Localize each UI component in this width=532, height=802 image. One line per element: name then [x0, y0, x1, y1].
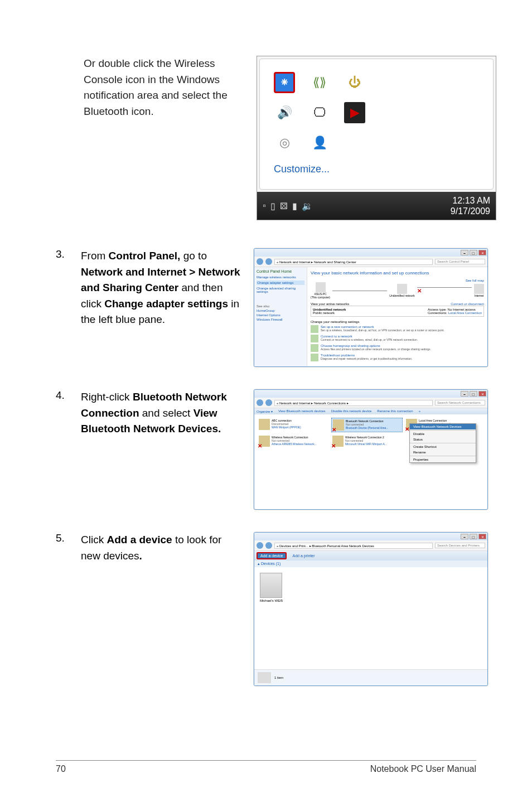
address-bar[interactable]: « Devices and Print... ▸ Bluetooth Perso…	[274, 543, 433, 549]
maximize-button[interactable]: ▢	[470, 534, 477, 539]
back-button[interactable]	[257, 399, 263, 406]
ctx-disable[interactable]: Disable	[410, 431, 476, 437]
connection-icon: ✕	[333, 419, 344, 431]
sidebar-link[interactable]: Change advanced sharing settings	[257, 287, 304, 293]
step-3-text: From Control Panel, go to Network and In…	[81, 248, 243, 328]
bluetooth-icon: ⁕	[274, 72, 295, 93]
step-5-text: Click Add a device to look for new devic…	[81, 532, 243, 564]
devices-section-header[interactable]: ▴ Devices (1)	[254, 561, 487, 567]
ctx-shortcut[interactable]: Create Shortcut	[410, 444, 476, 450]
network-tray-icon: ⚄	[280, 201, 288, 211]
ctx-view-bluetooth[interactable]: View Bluetooth Network Devices	[410, 424, 476, 429]
address-bar[interactable]: « Network and Internet ▸ Network and Sha…	[274, 259, 433, 265]
devices-printers-screenshot: ‒ ▢ ✕ « Devices and Print... ▸ Bluetooth…	[254, 532, 488, 686]
main-heading: View your basic network information and …	[311, 270, 484, 276]
step-4-text: Right-click Bluetooth Network Connection…	[81, 389, 243, 437]
systray-screenshot: ⁕ ⟪⟫ ⏻ 🔊 🖵 ▶ ◎ 👤 Customize...	[257, 56, 496, 220]
show-hidden-icon: ▫	[263, 201, 266, 211]
add-printer-button[interactable]: Add a printer	[292, 554, 315, 558]
see-also-link[interactable]: Internet Options	[257, 313, 304, 317]
device-item[interactable]: Michael's WEI5	[260, 573, 283, 602]
phone-device-icon	[260, 573, 282, 598]
organize-menu[interactable]: Organize ▾	[257, 409, 273, 413]
page-number: 70	[56, 764, 66, 774]
see-also-label: See also	[257, 305, 304, 308]
forward-button[interactable]	[265, 542, 272, 549]
step-5-number: 5.	[56, 532, 70, 544]
see-full-map-link[interactable]: See full map	[466, 279, 484, 282]
ctx-status[interactable]: Status	[410, 437, 476, 442]
monitor-icon: 🖵	[309, 102, 330, 123]
volume-icon: 🔊	[274, 102, 295, 123]
status-icon	[258, 672, 271, 683]
maximize-button[interactable]: ▢	[470, 391, 477, 397]
search-field[interactable]: Search Network Connections	[435, 400, 485, 405]
see-also-link[interactable]: Windows Firewall	[257, 318, 304, 321]
network-icon	[397, 284, 407, 294]
toolbar-rename[interactable]: Rename this connection	[377, 409, 413, 413]
toolbar-view-bt[interactable]: View Bluetooth network devices	[278, 409, 326, 413]
close-button[interactable]: ✕	[478, 534, 486, 539]
close-button[interactable]: ✕	[478, 391, 486, 397]
ctx-properties[interactable]: Properties	[410, 457, 476, 462]
forward-button[interactable]	[265, 258, 272, 265]
sidebar-link[interactable]: Manage wireless networks	[257, 276, 304, 279]
display-icon: ▶	[344, 102, 365, 123]
intro-paragraph: Or double click the Wireless Console ico…	[56, 56, 245, 119]
step-4-number: 4.	[56, 389, 70, 402]
computer-icon	[316, 282, 326, 292]
power-icon: ⏻	[344, 72, 365, 93]
connection-icon	[259, 419, 270, 430]
network-sharing-center-screenshot: ‒ ▢ ✕ « Network and Internet ▸ Network a…	[254, 248, 488, 367]
sidebar-title: Control Panel Home	[257, 269, 304, 273]
sidebar-link-change-adapter[interactable]: Change adapter settings	[257, 281, 304, 285]
toolbar-more[interactable]: »	[419, 409, 420, 413]
ctx-rename[interactable]: Rename	[410, 450, 476, 455]
back-button[interactable]	[257, 542, 263, 549]
connection-item[interactable]: ABC connectionDisconnectedWAN Miniport (…	[258, 418, 329, 432]
flag-icon: ▯	[270, 201, 275, 211]
customize-link[interactable]: Customize...	[265, 158, 487, 181]
footer-title: Notebook PC User Manual	[370, 764, 476, 774]
troubleshoot-icon	[311, 354, 318, 361]
taskbar-clock: 12:13 AM 9/17/2009	[451, 195, 490, 216]
close-button[interactable]: ✕	[478, 250, 486, 255]
context-menu: View Bluetooth Network Devices Disable S…	[409, 423, 476, 463]
globe-icon	[474, 284, 484, 294]
toolbar-disable[interactable]: Disable this network device	[331, 409, 372, 413]
search-field[interactable]: Search Devices and Printers	[435, 543, 485, 548]
minimize-button[interactable]: ‒	[461, 391, 468, 397]
network-connections-screenshot: ‒ ▢ ✕ « Network and Internet ▸ Network C…	[254, 389, 488, 510]
wifi-tray-icon: ▮	[292, 201, 297, 211]
bluetooth-connection-item[interactable]: ✕Bluetooth Network ConnectionNot connect…	[331, 418, 403, 432]
see-also-link[interactable]: HomeGroup	[257, 309, 304, 312]
forward-button[interactable]	[265, 399, 272, 406]
connection-item[interactable]: ✕Wireless Network ConnectionNot connecte…	[258, 434, 329, 448]
search-field[interactable]: Search Control Panel	[435, 259, 485, 264]
wireless-console-icon: ⟪⟫	[309, 72, 330, 93]
maximize-button[interactable]: ▢	[470, 250, 477, 255]
back-button[interactable]	[257, 258, 263, 265]
address-bar[interactable]: « Network and Internet ▸ Network Connect…	[274, 400, 433, 406]
disconnected-icon: ✕	[417, 288, 422, 294]
connection-icon: ✕	[332, 436, 344, 447]
user-icon: 👤	[309, 132, 330, 153]
add-device-button[interactable]: Add a device	[257, 552, 287, 559]
homegroup-icon	[311, 344, 318, 352]
minimize-button[interactable]: ‒	[461, 534, 468, 539]
connection-item[interactable]: ✕Wireless Network Connection 2Not connec…	[331, 434, 403, 448]
disc-icon: ◎	[274, 132, 295, 153]
step-3-number: 3.	[56, 248, 70, 260]
local-area-connection-link[interactable]: Local Area Connection	[448, 311, 482, 315]
connection-icon: ✕	[259, 436, 270, 447]
status-text: 1 item	[274, 676, 283, 679]
speaker-tray-icon: 🔉	[302, 201, 313, 211]
minimize-button[interactable]: ‒	[461, 250, 468, 255]
setup-icon	[311, 325, 318, 333]
connect-disconnect-link[interactable]: Connect or disconnect	[451, 302, 484, 306]
connect-icon	[311, 335, 318, 342]
